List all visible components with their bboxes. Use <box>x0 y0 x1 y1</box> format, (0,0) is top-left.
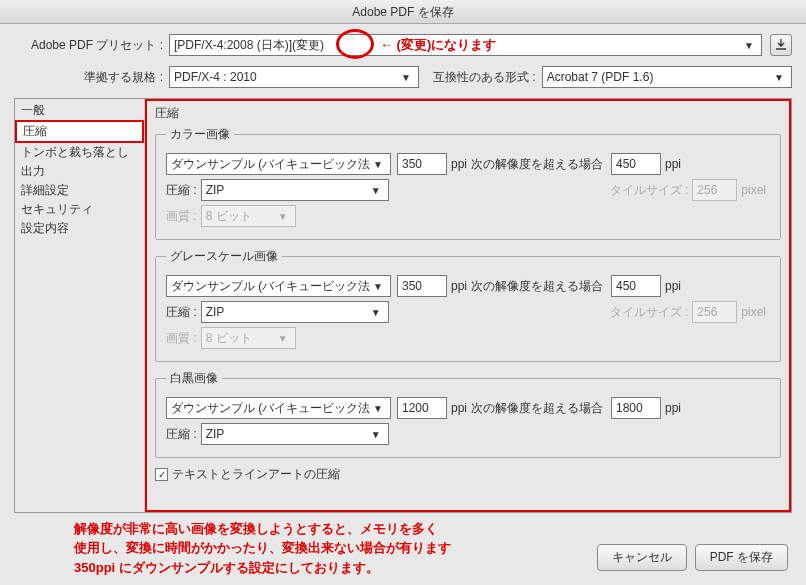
compression-row: 圧縮 :ZIP▼タイルサイズ :256pixel <box>166 179 770 201</box>
ppi1-input[interactable]: 1200 <box>397 397 447 419</box>
save-pdf-button[interactable]: PDF を保存 <box>695 544 788 571</box>
ppi2-unit: ppi <box>661 401 685 415</box>
standard-dropdown[interactable]: PDF/X-4 : 2010 ▼ <box>169 66 419 88</box>
compat-dropdown[interactable]: Acrobat 7 (PDF 1.6) ▼ <box>542 66 792 88</box>
ppi1-unit: ppi <box>447 401 471 415</box>
dialog-content: Adobe PDF プリセット : [PDF/X-4:2008 (日本)](変更… <box>0 24 806 585</box>
quality-row: 画質 :8 ビット▼ <box>166 205 770 227</box>
chevron-down-icon: ▼ <box>275 333 291 344</box>
annotation-text: ← (変更)になります <box>380 36 496 54</box>
ppi2-input[interactable]: 1800 <box>611 397 661 419</box>
quality-label: 画質 : <box>166 330 201 347</box>
comp-dropdown[interactable]: ZIP▼ <box>201 179 389 201</box>
chevron-down-icon: ▼ <box>741 40 757 51</box>
above-label: 次の解像度を超える場合 <box>471 278 607 295</box>
tile-label: タイルサイズ : <box>610 182 693 199</box>
method-dropdown[interactable]: ダウンサンプル (バイキュービック法)▼ <box>166 275 391 297</box>
chevron-down-icon: ▼ <box>370 281 386 292</box>
tile-unit: pixel <box>737 183 770 197</box>
compat-value: Acrobat 7 (PDF 1.6) <box>547 70 771 84</box>
compression-row: 圧縮 :ZIP▼ <box>166 423 770 445</box>
compress-text-checkbox[interactable]: ✓ <box>155 468 168 481</box>
cancel-button[interactable]: キャンセル <box>597 544 687 571</box>
standard-label: 準拠する規格 : <box>74 69 169 86</box>
ppi1-unit: ppi <box>447 157 471 171</box>
group-legend: カラー画像 <box>166 126 234 143</box>
save-preset-button[interactable] <box>770 34 792 56</box>
sidebar-item-4[interactable]: 詳細設定 <box>15 181 144 200</box>
quality-label: 画質 : <box>166 208 201 225</box>
sidebar-item-3[interactable]: 出力 <box>15 162 144 181</box>
ppi2-unit: ppi <box>661 157 685 171</box>
ppi2-unit: ppi <box>661 279 685 293</box>
method-dropdown[interactable]: ダウンサンプル (バイキュービック法)▼ <box>166 397 391 419</box>
method-dropdown[interactable]: ダウンサンプル (バイキュービック法)▼ <box>166 153 391 175</box>
sidebar-item-1[interactable]: 圧縮 <box>15 120 144 143</box>
dialog-window: Adobe PDF を保存 Adobe PDF プリセット : [PDF/X-4… <box>0 0 806 585</box>
compression-panel: 圧縮 カラー画像ダウンサンプル (バイキュービック法)▼350ppi次の解像度を… <box>145 99 791 512</box>
downsample-row: ダウンサンプル (バイキュービック法)▼1200ppi次の解像度を超える場合18… <box>166 397 770 419</box>
downsample-row: ダウンサンプル (バイキュービック法)▼350ppi次の解像度を超える場合450… <box>166 153 770 175</box>
ppi1-input[interactable]: 350 <box>397 153 447 175</box>
sidebar-item-6[interactable]: 設定内容 <box>15 219 144 238</box>
chevron-down-icon: ▼ <box>370 403 386 414</box>
chevron-down-icon: ▼ <box>368 185 384 196</box>
download-icon <box>774 38 788 52</box>
window-title: Adobe PDF を保存 <box>352 5 453 19</box>
ppi2-input[interactable]: 450 <box>611 275 661 297</box>
standard-row: 準拠する規格 : PDF/X-4 : 2010 ▼ 互換性のある形式 : Acr… <box>14 66 792 88</box>
group-legend: 白黒画像 <box>166 370 222 387</box>
chevron-down-icon: ▼ <box>275 211 291 222</box>
above-label: 次の解像度を超える場合 <box>471 400 607 417</box>
compress-text-label: テキストとラインアートの圧縮 <box>172 466 340 483</box>
comp-dropdown[interactable]: ZIP▼ <box>201 301 389 323</box>
chevron-down-icon: ▼ <box>398 72 414 83</box>
main-area: 一般圧縮トンボと裁ち落とし出力詳細設定セキュリティ設定内容 圧縮 カラー画像ダウ… <box>14 98 792 513</box>
group-legend: グレースケール画像 <box>166 248 282 265</box>
compression-row: 圧縮 :ZIP▼タイルサイズ :256pixel <box>166 301 770 323</box>
sidebar: 一般圧縮トンボと裁ち落とし出力詳細設定セキュリティ設定内容 <box>15 99 145 512</box>
standard-value: PDF/X-4 : 2010 <box>174 70 398 84</box>
preset-label: Adobe PDF プリセット : <box>14 37 169 54</box>
tile-input: 256 <box>692 301 737 323</box>
chevron-down-icon: ▼ <box>368 307 384 318</box>
chevron-down-icon: ▼ <box>368 429 384 440</box>
ppi1-input[interactable]: 350 <box>397 275 447 297</box>
comp-label: 圧縮 : <box>166 304 201 321</box>
sidebar-item-2[interactable]: トンボと裁ち落とし <box>15 143 144 162</box>
ppi1-unit: ppi <box>447 279 471 293</box>
image-group-2: 白黒画像ダウンサンプル (バイキュービック法)▼1200ppi次の解像度を超える… <box>155 370 781 458</box>
above-label: 次の解像度を超える場合 <box>471 156 607 173</box>
compress-text-row: ✓ テキストとラインアートの圧縮 <box>155 466 781 483</box>
comp-label: 圧縮 : <box>166 182 201 199</box>
image-group-1: グレースケール画像ダウンサンプル (バイキュービック法)▼350ppi次の解像度… <box>155 248 781 362</box>
tile-unit: pixel <box>737 305 770 319</box>
downsample-row: ダウンサンプル (バイキュービック法)▼350ppi次の解像度を超える場合450… <box>166 275 770 297</box>
annotation-note: 解像度が非常に高い画像を変換しようとすると、メモリを多く 使用し、変換に時間がか… <box>14 519 597 578</box>
quality-row: 画質 :8 ビット▼ <box>166 327 770 349</box>
footer: 解像度が非常に高い画像を変換しようとすると、メモリを多く 使用し、変換に時間がか… <box>14 513 792 578</box>
chevron-down-icon: ▼ <box>771 72 787 83</box>
sidebar-item-5[interactable]: セキュリティ <box>15 200 144 219</box>
tile-input: 256 <box>692 179 737 201</box>
title-bar: Adobe PDF を保存 <box>0 0 806 24</box>
footer-buttons: キャンセル PDF を保存 <box>597 544 792 577</box>
image-group-0: カラー画像ダウンサンプル (バイキュービック法)▼350ppi次の解像度を超える… <box>155 126 781 240</box>
compat-label: 互換性のある形式 : <box>419 69 542 86</box>
comp-label: 圧縮 : <box>166 426 201 443</box>
chevron-down-icon: ▼ <box>370 159 386 170</box>
sidebar-item-0[interactable]: 一般 <box>15 101 144 120</box>
comp-dropdown[interactable]: ZIP▼ <box>201 423 389 445</box>
panel-title: 圧縮 <box>155 105 781 122</box>
quality-dropdown: 8 ビット▼ <box>201 205 296 227</box>
tile-label: タイルサイズ : <box>610 304 693 321</box>
ppi2-input[interactable]: 450 <box>611 153 661 175</box>
preset-row: Adobe PDF プリセット : [PDF/X-4:2008 (日本)](変更… <box>14 34 792 56</box>
quality-dropdown: 8 ビット▼ <box>201 327 296 349</box>
